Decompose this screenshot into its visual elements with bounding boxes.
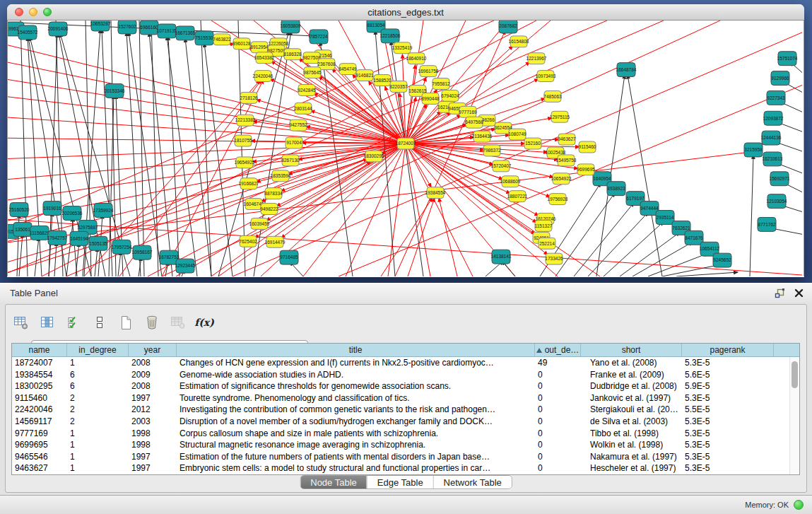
graph-node[interactable]: 8878334 xyxy=(264,188,283,199)
table-row[interactable]: 2242004622012Investigating the contribut… xyxy=(12,404,799,416)
graph-node[interactable]: 2935114 xyxy=(656,211,674,225)
graph-node[interactable]: 10958167 xyxy=(132,245,153,259)
table-row[interactable]: 911546021997Tourette syndrome. Phenomeno… xyxy=(12,392,799,404)
column-header-in_degree[interactable]: in_degree xyxy=(67,344,129,356)
graph-node[interactable]: 22420046 xyxy=(253,71,273,82)
graph-node[interactable]: 1527602 xyxy=(118,21,136,34)
graph-node[interactable]: 12213383 xyxy=(235,115,256,126)
graph-node[interactable]: 7515530 xyxy=(195,31,213,45)
graph-node[interactable]: 152160 xyxy=(524,138,541,149)
table-options-button[interactable] xyxy=(13,315,30,330)
graph-node[interactable]: 16961758 xyxy=(418,66,439,77)
graph-node[interactable]: 12213967 xyxy=(526,53,547,64)
column-header-pagerank[interactable]: pagerank xyxy=(682,344,774,356)
close-panel-button[interactable] xyxy=(794,288,804,298)
table-scrollbar-thumb[interactable] xyxy=(792,361,798,388)
column-header-out_de[interactable]: out_de… xyxy=(535,344,581,356)
graph-node[interactable]: 1919016 xyxy=(43,201,61,216)
table-row[interactable]: 1830029562008Estimation of significance … xyxy=(12,380,799,392)
graph-node[interactable]: 6966160 xyxy=(140,21,158,35)
graph-node[interactable]: 12444136 xyxy=(761,131,782,145)
graph-node[interactable]: 18807221 xyxy=(507,191,528,202)
graph-node[interactable]: 8267130 xyxy=(281,155,300,166)
graph-node[interactable]: 20091406 xyxy=(48,22,69,36)
table-row[interactable]: 946362711997Embryonic stem cells: a mode… xyxy=(12,462,799,474)
graph-node[interactable]: 8960128 xyxy=(233,38,251,49)
graph-node[interactable]: 1645194 xyxy=(70,231,88,245)
graph-node[interactable]: 9242845 xyxy=(298,85,316,96)
graph-node[interactable]: 10654923 xyxy=(551,173,572,185)
function-builder-button[interactable]: f(x) xyxy=(196,315,213,330)
graph-node[interactable]: 8454749 xyxy=(339,64,357,75)
graph-node[interactable]: 3215958 xyxy=(744,143,763,157)
selection-mode-button[interactable] xyxy=(65,315,82,330)
graph-node[interactable]: 13325419 xyxy=(392,42,413,54)
graph-node[interactable]: 7955812 xyxy=(432,78,450,90)
graph-node[interactable]: 1505135 xyxy=(89,236,107,250)
new-column-button[interactable] xyxy=(117,315,134,330)
graph-node[interactable]: 19654925 xyxy=(235,157,255,168)
graph-node[interactable]: 1733426 xyxy=(545,253,563,264)
graph-node[interactable]: 1151327 xyxy=(535,220,553,231)
graph-node[interactable]: 6794024 xyxy=(441,90,459,101)
table-row[interactable]: 946554611997Estimation of the future num… xyxy=(12,451,799,463)
table-row[interactable]: 1456911722003Disruption of a novel membe… xyxy=(12,416,799,428)
graph-node[interactable]: 12975115 xyxy=(550,111,570,122)
graph-node[interactable]: 9146821 xyxy=(355,70,374,81)
graph-node[interactable]: 9245652 xyxy=(713,253,731,267)
graph-node[interactable]: 10719135 xyxy=(157,24,177,38)
graph-node[interactable]: 17942757 xyxy=(47,230,68,245)
graph-node[interactable]: 8912954 xyxy=(250,42,269,53)
graph-node[interactable]: 9129966 xyxy=(771,71,789,86)
network-canvas[interactable]: 1996102154055722009140610653287152760269… xyxy=(7,21,804,276)
graph-node[interactable]: 8938923 xyxy=(607,182,625,196)
graph-node[interactable]: 18353594 xyxy=(271,170,291,182)
graph-node[interactable]: 16210613 xyxy=(763,152,783,166)
graph-node[interactable]: 18300295 xyxy=(364,151,384,162)
graph-node[interactable]: 2803144 xyxy=(294,103,312,114)
graph-node[interactable]: 16543382 xyxy=(254,52,275,64)
graph-node[interactable]: 9777169 xyxy=(459,106,477,117)
graph-node[interactable]: 2087682 xyxy=(499,21,517,33)
graph-node[interactable]: 6497568 xyxy=(465,117,483,128)
graph-node[interactable]: 15405572 xyxy=(18,25,38,40)
table-row[interactable]: 969969511998Structural magnetic resonanc… xyxy=(12,439,799,451)
graph-node[interactable]: 16648784 xyxy=(616,63,637,77)
graph-node[interactable]: 8186328 xyxy=(283,49,302,60)
column-header-year[interactable]: year xyxy=(129,344,177,356)
float-panel-button[interactable] xyxy=(774,288,785,299)
column-header-title[interactable]: title xyxy=(177,344,535,356)
tab-edge-table[interactable]: Edge Table xyxy=(367,476,433,489)
graph-node[interactable]: 8220357 xyxy=(389,81,408,93)
graph-node[interactable]: 10688609 xyxy=(500,176,521,187)
table-scrollbar[interactable] xyxy=(789,357,799,474)
graph-node[interactable]: 12923445 xyxy=(175,259,196,273)
show-columns-button[interactable] xyxy=(39,315,56,330)
graph-node[interactable]: 9227343 xyxy=(767,90,785,105)
graph-node[interactable]: 20153346 xyxy=(105,84,125,98)
graph-node[interactable]: 16671365 xyxy=(175,26,196,40)
graph-node[interactable]: 7463822 xyxy=(213,34,231,45)
graph-node[interactable]: 15692971 xyxy=(770,172,790,186)
graph-node[interactable]: 15720407 xyxy=(491,160,512,172)
graph-node[interactable]: 9716485 xyxy=(280,250,298,264)
graph-node[interactable]: 19384554 xyxy=(425,187,446,199)
graph-node[interactable]: 15751074 xyxy=(777,52,798,66)
graph-node[interactable]: 12218506 xyxy=(380,29,401,43)
tab-network-table[interactable]: Network Table xyxy=(433,476,512,489)
graph-node[interactable]: 12093872 xyxy=(763,111,784,125)
table-row[interactable]: 1938455462009Genome-wide association stu… xyxy=(12,369,799,381)
graph-node[interactable]: 1080749 xyxy=(508,129,526,140)
graph-node[interactable]: 1810755 xyxy=(234,135,252,146)
graph-node[interactable]: 7625402 xyxy=(239,235,257,247)
column-header-short[interactable]: short xyxy=(581,344,682,356)
graph-node[interactable]: 16154808 xyxy=(509,36,529,47)
window-titlebar[interactable]: citations_edges.txt xyxy=(7,4,804,21)
graph-node[interactable]: 9699695 xyxy=(577,164,595,175)
graph-node[interactable]: 17359924 xyxy=(93,204,114,218)
graph-node[interactable]: 8471676 xyxy=(685,230,703,245)
graph-node[interactable]: 917004 xyxy=(286,137,302,148)
graph-node[interactable]: 252214 xyxy=(539,238,555,249)
graph-node[interactable]: 21364436 xyxy=(472,131,493,142)
graph-node[interactable]: 7485063 xyxy=(543,90,562,102)
